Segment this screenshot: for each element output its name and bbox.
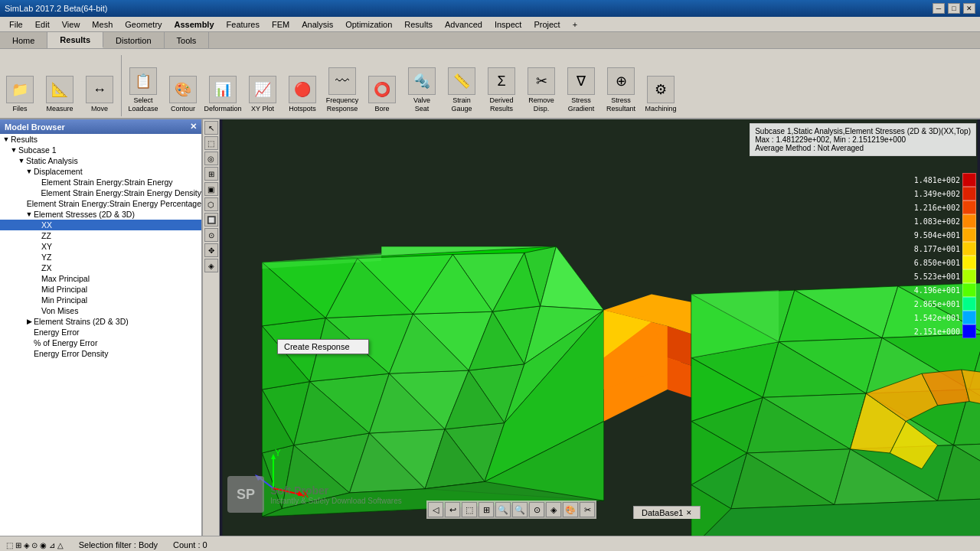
menu-item-edit[interactable]: Edit <box>29 18 56 31</box>
bottom-toolbar-btn-2[interactable]: ⬚ <box>462 502 477 517</box>
vert-toolbar-btn-0[interactable]: ↖ <box>204 121 218 135</box>
database-tab-close[interactable]: ✕ <box>686 509 692 517</box>
tree-item-9[interactable]: XX <box>0 220 201 230</box>
tree-item-1[interactable]: ▼Results <box>0 134 201 145</box>
bottom-toolbar-btn-6[interactable]: ⊙ <box>529 502 544 517</box>
tree-label: Displacement <box>34 167 83 176</box>
tree-item-10[interactable]: ZZ <box>0 230 201 241</box>
context-menu: Create Response <box>277 339 369 354</box>
bottom-toolbar-btn-3[interactable]: ⊞ <box>479 502 494 517</box>
ribbon-btn-contour[interactable]: 🎨Contour <box>163 73 203 116</box>
vert-toolbar-btn-4[interactable]: ▣ <box>204 182 218 196</box>
vert-toolbar-btn-5[interactable]: ⬡ <box>204 197 218 211</box>
3d-viewport[interactable]: Subcase 1,Static Analysis,Element Stress… <box>220 119 980 536</box>
ribbon-btn-stress-gradient[interactable]: ∇StressGradient <box>561 64 601 116</box>
tree-item-7[interactable]: Element Strain Energy:Strain Energy Perc… <box>0 198 201 209</box>
menu-item-mesh[interactable]: Mesh <box>86 18 119 31</box>
scale-label: 8.177e+001 <box>899 245 960 253</box>
tree-item-19[interactable]: Energy Error <box>0 327 201 337</box>
menu-item-analysis[interactable]: Analysis <box>296 18 339 31</box>
tree-toggle[interactable]: ▼ <box>24 210 34 218</box>
tree-item-18[interactable]: ▶Element Strains (2D & 3D) <box>0 316 201 327</box>
bottom-toolbar-btn-1[interactable]: ↩ <box>445 502 460 517</box>
menu-item-results[interactable]: Results <box>398 18 439 31</box>
database-tab[interactable]: DataBase1 ✕ <box>633 506 701 519</box>
vert-toolbar-btn-6[interactable]: 🔲 <box>204 213 218 227</box>
menu-item-geometry[interactable]: Geometry <box>119 18 168 31</box>
menu-item-view[interactable]: View <box>56 18 87 31</box>
bottom-toolbar-btn-0[interactable]: ◁ <box>428 502 443 517</box>
vert-toolbar-btn-7[interactable]: ⊙ <box>204 228 218 242</box>
ribbon-btn-remove-disp[interactable]: ✂RemoveDisp. <box>521 64 561 116</box>
tree-item-6[interactable]: Element Strain Energy:Strain Energy Dens… <box>0 187 201 198</box>
tree-item-21[interactable]: Energy Error Density <box>0 348 201 359</box>
tree-item-2[interactable]: ▼Subcase 1 <box>0 145 201 155</box>
ribbon-btn-valve-seat[interactable]: 🔩Valve Seat <box>402 64 442 116</box>
vert-toolbar-btn-3[interactable]: ⊞ <box>204 167 218 181</box>
tree-item-12[interactable]: YZ <box>0 252 201 262</box>
vert-toolbar-btn-8[interactable]: ✥ <box>204 243 218 257</box>
tree-toggle[interactable]: ▼ <box>17 157 26 165</box>
tree-item-13[interactable]: ZX <box>0 262 201 273</box>
tree-toggle[interactable]: ▼ <box>24 168 34 175</box>
ribbon-btn-frequency-response[interactable]: 〰FrequencyResponse <box>322 64 362 116</box>
ribbon-tab-tools[interactable]: Tools <box>165 32 210 48</box>
tree-item-20[interactable]: % of Energy Error <box>0 337 201 348</box>
menu-item-project[interactable]: Project <box>528 18 566 31</box>
ribbon-tab-home[interactable]: Home <box>0 32 47 48</box>
ribbon-btn-bore[interactable]: ⭕Bore <box>362 73 402 116</box>
menu-item-advanced[interactable]: Advanced <box>439 18 488 31</box>
scale-label: 2.865e+001 <box>899 300 960 308</box>
result-info-panel: Subcase 1,Static Analysis,Element Stress… <box>750 123 976 156</box>
tree-item-16[interactable]: Min Principal <box>0 295 201 305</box>
context-menu-item-create-response[interactable]: Create Response <box>278 340 368 354</box>
bottom-toolbar-btn-8[interactable]: 🎨 <box>563 502 578 517</box>
tree-toggle[interactable]: ▼ <box>9 146 18 154</box>
menu-item-inspect[interactable]: Inspect <box>488 18 528 31</box>
menu-item-features[interactable]: Features <box>220 18 266 31</box>
tree-toggle[interactable]: ▶ <box>24 318 34 325</box>
ribbon-btn-hotspots[interactable]: 🔴Hotspots <box>283 73 322 116</box>
menu-item-assembly[interactable]: Assembly <box>168 18 220 31</box>
ribbon-btn-files[interactable]: 📁Files <box>0 73 40 116</box>
tree-item-11[interactable]: XY <box>0 241 201 252</box>
bottom-toolbar-btn-4[interactable]: 🔍 <box>495 502 511 517</box>
ribbon-tab-results[interactable]: Results <box>47 32 103 48</box>
window-controls[interactable]: ─ □ ✕ <box>933 3 975 14</box>
menu-item-optimization[interactable]: Optimization <box>339 18 398 31</box>
tree-item-17[interactable]: Von Mises <box>0 305 201 316</box>
menu-item--[interactable]: + <box>567 18 583 31</box>
ribbon-btn-deformation[interactable]: 📊Deformation <box>203 73 243 116</box>
ribbon-btn-stress-resultant[interactable]: ⊕StressResultant <box>601 64 641 116</box>
close-button[interactable]: ✕ <box>963 3 975 14</box>
bottom-toolbar-btn-7[interactable]: ◈ <box>546 502 561 517</box>
tree-item-3[interactable]: ▼Static Analysis <box>0 155 201 166</box>
vert-toolbar-btn-9[interactable]: ◈ <box>204 259 218 272</box>
tree-item-5[interactable]: Element Strain Energy:Strain Energy <box>0 177 201 187</box>
tree-label: XY <box>41 242 52 251</box>
vert-toolbar-btn-2[interactable]: ◎ <box>204 152 218 165</box>
tree-item-14[interactable]: Max Principal <box>0 273 201 284</box>
tree-item-4[interactable]: ▼Displacement <box>0 166 201 177</box>
ribbon-btn-move[interactable]: ↔Move <box>80 73 119 116</box>
bottom-toolbar-btn-9[interactable]: ✂ <box>580 502 595 517</box>
main-area: Model Browser ✕ ▼Results▼Subcase 1▼Stati… <box>0 119 980 536</box>
ribbon-tab-distortion[interactable]: Distortion <box>103 32 164 48</box>
menu-item-file[interactable]: File <box>3 18 29 31</box>
bottom-toolbar-btn-5[interactable]: 🔍 <box>512 502 528 517</box>
maximize-button[interactable]: □ <box>948 3 960 14</box>
vert-toolbar-btn-1[interactable]: ⬚ <box>204 136 218 150</box>
tree-item-8[interactable]: ▼Element Stresses (2D & 3D) <box>0 209 201 220</box>
minimize-button[interactable]: ─ <box>933 3 945 14</box>
model-browser-close[interactable]: ✕ <box>190 122 197 132</box>
info-line1: Subcase 1,Static Analysis,Element Stress… <box>755 127 971 135</box>
menu-item-fem[interactable]: FEM <box>266 18 296 31</box>
tree-item-15[interactable]: Mid Principal <box>0 284 201 295</box>
ribbon-btn-measure[interactable]: 📐Measure <box>40 73 80 116</box>
ribbon-btn-select-loadcase[interactable]: 📋SelectLoadcase <box>123 64 163 116</box>
ribbon-btn-strain-gauge[interactable]: 📏Strain Gauge <box>442 64 482 116</box>
ribbon-btn-derived-results[interactable]: ΣDerivedResults <box>482 64 521 116</box>
ribbon-btn-machining[interactable]: ⚙Machining <box>641 73 681 116</box>
tree-toggle[interactable]: ▼ <box>2 135 11 143</box>
ribbon-btn-xy-plot[interactable]: 📈XY Plot <box>243 73 283 116</box>
